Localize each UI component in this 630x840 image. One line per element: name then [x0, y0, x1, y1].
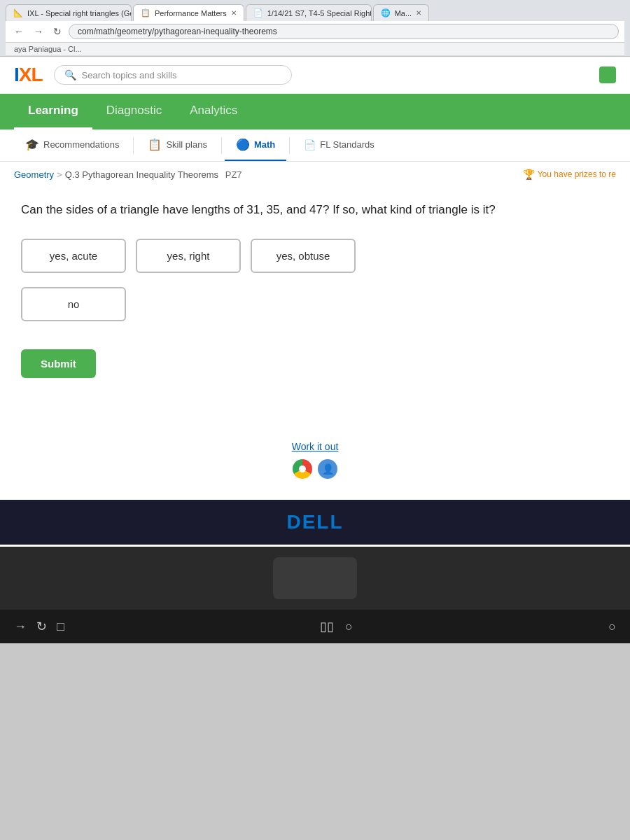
answer-yes-obtuse[interactable]: yes, obtuse	[251, 239, 356, 273]
breadcrumb-skill: Q.3 Pythagorean Inequality Theorems PZ7	[65, 169, 242, 180]
breadcrumb-skill-label: Q.3 Pythagorean Inequality Theorems	[65, 169, 218, 180]
work-it-out-section: Work it out 👤	[0, 441, 630, 493]
tab-bar: 📐 IXL - Special right triangles (Geo... …	[6, 4, 624, 21]
sub-nav-math[interactable]: 🔵 Math	[225, 130, 286, 161]
taskbar-search-button[interactable]: ○	[345, 620, 353, 634]
answer-yes-right[interactable]: yes, right	[136, 239, 241, 273]
sub-nav-fl-standards[interactable]: 📄 FL Standards	[293, 131, 386, 160]
tab-label: Performance Matters	[155, 9, 227, 18]
tab-label: Ma...	[395, 9, 412, 18]
taskbar-icons: 👤	[0, 459, 630, 479]
tab-close-icon[interactable]: ✕	[231, 9, 237, 17]
tab-label: IXL - Special right triangles (Geo...	[27, 9, 132, 18]
dell-area: DELL	[0, 500, 630, 545]
submit-label: Submit	[41, 358, 76, 370]
nav-tab-diagnostic-label: Diagnostic	[106, 104, 162, 117]
trophy-icon: 🏆	[523, 169, 535, 180]
nav-tab-diagnostic[interactable]: Diagnostic	[92, 94, 176, 130]
submit-button[interactable]: Submit	[21, 349, 96, 378]
breadcrumb-geometry-label: Geometry	[14, 169, 54, 180]
answer-yes-acute[interactable]: yes, acute	[21, 239, 126, 273]
tab-favicon: 📄	[253, 8, 263, 18]
tab-close-icon[interactable]: ✕	[416, 9, 421, 17]
tab-favicon: 📐	[13, 8, 23, 18]
forward-button[interactable]: →	[31, 24, 46, 38]
sub-nav-divider-2	[221, 137, 222, 154]
logo-i: I	[14, 64, 19, 85]
taskbar-refresh-button[interactable]: ↺	[36, 619, 47, 634]
taskbar-right: ○	[608, 620, 616, 634]
taskbar-back-button[interactable]: →	[14, 620, 27, 634]
nav-tab-learning-label: Learning	[28, 104, 78, 117]
taskbar-center: ▯▯ ○	[76, 619, 597, 634]
sub-nav-skill-plans[interactable]: 📋 Skill plans	[136, 130, 218, 161]
sub-nav-fl-standards-label: FL Standards	[320, 139, 374, 150]
logo-xl: XL	[19, 64, 43, 85]
breadcrumb-user-text: aya Paniagua - Cl...	[14, 45, 82, 53]
browser-chrome: 📐 IXL - Special right triangles (Geo... …	[0, 0, 630, 57]
answer-yes-obtuse-label: yes, obtuse	[276, 250, 330, 262]
math-icon: 🔵	[236, 138, 250, 151]
ixl-header: IXL 🔍 Search topics and skills	[0, 57, 630, 94]
answer-options-row2: no	[21, 287, 609, 321]
dell-logo-text: DELL	[286, 511, 343, 533]
breadcrumb-skill-code: PZ7	[225, 169, 242, 180]
skill-plans-icon: 📋	[148, 138, 162, 151]
nav-tab-learning[interactable]: Learning	[14, 94, 92, 130]
nav-tab-analytics[interactable]: Analytics	[176, 94, 251, 130]
tab-performance[interactable]: 📋 Performance Matters ✕	[133, 4, 244, 21]
sub-nav-recommendations-label: Recommendations	[43, 139, 119, 150]
tab-label: 1/14/21 S7, T4-5 Special Right...	[267, 9, 372, 18]
tab-ixl[interactable]: 📐 IXL - Special right triangles (Geo... …	[6, 4, 132, 21]
refresh-button[interactable]: ↻	[50, 24, 64, 38]
page-breadcrumb: Geometry > Q.3 Pythagorean Inequality Th…	[0, 162, 630, 187]
address-text: com/math/geometry/pythagorean-inequality…	[78, 27, 277, 36]
answer-yes-right-label: yes, right	[167, 250, 210, 262]
chrome-inner	[299, 465, 306, 472]
search-placeholder: Search topics and skills	[82, 70, 177, 80]
bottom-taskbar: → ↺ □ ▯▯ ○ ○	[0, 610, 630, 643]
answer-no-label: no	[68, 298, 80, 310]
laptop-bottom-bezel	[0, 547, 630, 610]
back-button[interactable]: ←	[11, 24, 27, 38]
taskbar-window-button[interactable]: □	[57, 620, 64, 634]
header-avatar	[599, 66, 616, 83]
fl-standards-icon: 📄	[304, 139, 316, 150]
address-bar-row: ← → ↻ com/math/geometry/pythagorean-ineq…	[6, 21, 624, 43]
work-it-out-link[interactable]: Work it out	[0, 441, 630, 452]
breadcrumb-separator: >	[57, 169, 62, 180]
sub-nav-divider-3	[289, 137, 290, 154]
laptop-trackpad[interactable]	[273, 557, 357, 599]
main-nav: Learning Diagnostic Analytics	[0, 94, 630, 130]
ixl-page: IXL 🔍 Search topics and skills Learning …	[0, 57, 630, 547]
tab-favicon: 📋	[141, 8, 150, 18]
taskbar-system-button[interactable]: ○	[608, 620, 616, 634]
tab-favicon: 🌐	[381, 8, 391, 18]
search-bar[interactable]: 🔍 Search topics and skills	[54, 65, 292, 85]
nav-tab-analytics-label: Analytics	[190, 104, 237, 117]
breadcrumb-geometry[interactable]: Geometry	[14, 169, 54, 180]
answer-options: yes, acute yes, right yes, obtuse	[21, 239, 609, 273]
sub-nav-skill-plans-label: Skill plans	[166, 139, 207, 150]
sub-nav-recommendations[interactable]: 🎓 Recommendations	[14, 130, 130, 161]
dell-logo: DELL	[11, 511, 619, 533]
sub-nav-math-label: Math	[254, 139, 275, 150]
browser-breadcrumb: aya Paniagua - Cl...	[6, 43, 624, 56]
answer-yes-acute-label: yes, acute	[50, 250, 97, 262]
tab-ma[interactable]: 🌐 Ma... ✕	[373, 4, 429, 21]
sub-nav-divider-1	[133, 137, 134, 154]
taskbar-multiwindow-button[interactable]: ▯▯	[320, 619, 334, 634]
recommendations-icon: 🎓	[25, 138, 39, 151]
search-icon: 🔍	[64, 69, 76, 80]
main-content: Can the sides of a triangle have lengths…	[0, 187, 630, 399]
question-text: Can the sides of a triangle have lengths…	[21, 201, 609, 219]
user-icon: 👤	[318, 459, 337, 479]
prize-notice: 🏆 You have prizes to re	[523, 169, 616, 180]
chrome-icon	[293, 459, 312, 479]
prize-text: You have prizes to re	[538, 169, 616, 179]
ixl-logo: IXL	[14, 64, 43, 86]
answer-no[interactable]: no	[21, 287, 126, 321]
tab-special-right[interactable]: 📄 1/14/21 S7, T4-5 Special Right... ✕	[246, 4, 372, 21]
address-bar[interactable]: com/math/geometry/pythagorean-inequality…	[69, 24, 619, 39]
sub-nav: 🎓 Recommendations 📋 Skill plans 🔵 Math 📄…	[0, 130, 630, 162]
